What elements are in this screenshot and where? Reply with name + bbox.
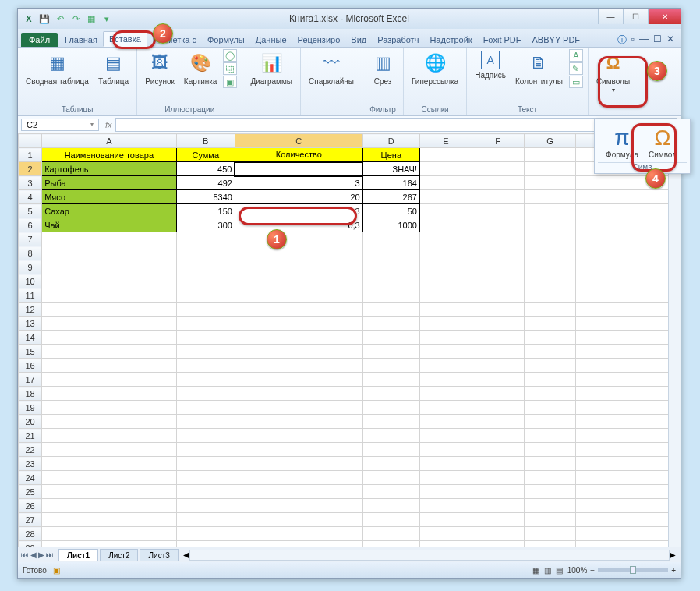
hdr-name[interactable]: Наименование товара [42, 148, 176, 162]
cell-A5[interactable]: Сахар [42, 204, 176, 218]
object-icon[interactable]: ▭ [569, 76, 583, 88]
cell-C5[interactable]: 3 [235, 204, 362, 218]
cell-C2[interactable] [235, 162, 362, 176]
cell-A3[interactable]: Рыба [42, 176, 176, 190]
table-button[interactable]: ▤Таблица [95, 49, 132, 88]
name-box[interactable]: C2▾ [21, 119, 99, 131]
cell-A6[interactable]: Чай [42, 218, 176, 232]
cell-D3[interactable]: 164 [362, 176, 419, 190]
qat-dropdown-icon[interactable]: ▾ [101, 12, 113, 25]
minimize-button[interactable]: — [598, 9, 623, 24]
cell-B4[interactable]: 5340 [176, 190, 235, 204]
sheet-tab-3[interactable]: Лист3 [140, 549, 178, 561]
sheet-nav-next[interactable]: ▶ [38, 550, 44, 559]
tab-abbyy[interactable]: ABBYY PDF [527, 33, 586, 47]
symbols-button[interactable]: ΩСимволы▾ [593, 49, 633, 96]
symbol-button[interactable]: ΩСимвол [642, 124, 683, 161]
doc-close-icon[interactable]: ✕ [666, 34, 674, 47]
headerfooter-button[interactable]: 🗎Колонтитулы [512, 49, 566, 88]
sheet-nav-prev[interactable]: ◀ [30, 550, 37, 559]
hdr-sum[interactable]: Сумма [176, 148, 235, 162]
zoom-out-icon[interactable]: − [590, 566, 595, 575]
doc-max-icon[interactable]: ☐ [653, 34, 662, 47]
equation-button[interactable]: πФормула [602, 124, 642, 161]
slicer-button[interactable]: ▥Срез [367, 49, 398, 88]
worksheet[interactable]: A B C D E F G H I 1 Наименование товара … [18, 133, 681, 547]
row-3[interactable]: 3 [19, 176, 42, 190]
col-B[interactable]: B [176, 134, 235, 148]
macro-icon[interactable]: ▣ [53, 566, 60, 575]
cell-B2[interactable]: 450 [176, 162, 235, 176]
tab-review[interactable]: Рецензиро [292, 33, 346, 47]
tab-file[interactable]: Файл [21, 33, 58, 47]
cell-B5[interactable]: 150 [176, 204, 235, 218]
cell-C3[interactable]: 3 [235, 176, 362, 190]
sparklines-button[interactable]: 〰Спарклайны [306, 49, 357, 88]
charts-button[interactable]: 📊Диаграммы [247, 49, 295, 88]
select-all[interactable] [19, 134, 42, 148]
screenshot-icon[interactable]: ▣ [223, 76, 237, 88]
col-F[interactable]: F [472, 134, 524, 148]
sheet-nav-last[interactable]: ⏭ [46, 550, 54, 559]
row-2[interactable]: 2 [19, 162, 42, 176]
view-layout-icon[interactable]: ▥ [544, 566, 551, 575]
qat-extra-icon[interactable]: ▦ [85, 12, 97, 25]
cell-D6[interactable]: 1000 [362, 218, 419, 232]
sheet-tab-1[interactable]: Лист1 [58, 549, 98, 561]
col-D[interactable]: D [362, 134, 419, 148]
row-1[interactable]: 1 [19, 148, 42, 162]
cell-A2[interactable]: Картофель [42, 162, 176, 176]
zoom-level[interactable]: 100% [567, 566, 588, 575]
sheet-nav-first[interactable]: ⏮ [21, 550, 29, 559]
clipart-button[interactable]: 🎨Картинка [181, 49, 221, 88]
hdr-qty[interactable]: Количество [235, 148, 362, 162]
zoom-slider[interactable] [598, 568, 668, 572]
shapes-icon[interactable]: ◯ [223, 49, 237, 62]
cell-B6[interactable]: 300 [176, 218, 235, 232]
wordart-icon[interactable]: A [569, 49, 583, 62]
save-icon[interactable]: 💾 [38, 12, 51, 25]
row-5[interactable]: 5 [19, 204, 42, 218]
smartart-icon[interactable]: ⿻ [223, 62, 237, 75]
row-6[interactable]: 6 [19, 218, 42, 232]
tab-developer[interactable]: Разработч [372, 33, 424, 47]
maximize-button[interactable]: ☐ [623, 9, 648, 24]
textbox-button[interactable]: AНадпись [472, 49, 509, 82]
vertical-scrollbar[interactable] [668, 133, 681, 547]
view-break-icon[interactable]: ▤ [556, 566, 563, 575]
cell-C4[interactable]: 20 [235, 190, 362, 204]
tab-home[interactable]: Главная [59, 33, 103, 47]
horizontal-scrollbar[interactable]: ◀▶ [183, 550, 676, 561]
minimize-ribbon-icon[interactable]: ▫ [631, 34, 635, 47]
doc-min-icon[interactable]: — [639, 34, 649, 47]
tab-foxit[interactable]: Foxit PDF [478, 33, 527, 47]
tab-view[interactable]: Вид [345, 33, 372, 47]
tab-data[interactable]: Данные [250, 33, 292, 47]
cell-A4[interactable]: Мясо [42, 190, 176, 204]
undo-icon[interactable]: ↶ [54, 12, 66, 25]
redo-icon[interactable]: ↷ [69, 12, 82, 25]
col-C[interactable]: C [235, 134, 362, 148]
cell-D5[interactable]: 50 [362, 204, 419, 218]
col-A[interactable]: A [42, 134, 176, 148]
cell-D2[interactable]: ЗНАЧ! [362, 162, 419, 176]
hdr-price[interactable]: Цена [362, 148, 419, 162]
help-icon[interactable]: ⓘ [617, 34, 627, 47]
close-button[interactable]: ✕ [648, 9, 681, 24]
row-4[interactable]: 4 [19, 190, 42, 204]
cell-B3[interactable]: 492 [176, 176, 235, 190]
view-normal-icon[interactable]: ▦ [532, 566, 539, 575]
tab-addins[interactable]: Надстройк [424, 33, 477, 47]
cell-D4[interactable]: 267 [362, 190, 419, 204]
hyperlink-button[interactable]: 🌐Гиперссылка [408, 49, 461, 88]
picture-button[interactable]: 🖼Рисунок [142, 49, 178, 88]
tab-formulas[interactable]: Формулы [202, 33, 250, 47]
sigline-icon[interactable]: ✎ [569, 62, 583, 75]
pivot-table-button[interactable]: ▦Сводная таблица [23, 49, 92, 88]
col-E[interactable]: E [419, 134, 472, 148]
formula-input[interactable] [115, 118, 677, 132]
tab-insert[interactable]: Вставка [103, 31, 147, 47]
zoom-in-icon[interactable]: + [671, 566, 676, 575]
col-G[interactable]: G [524, 134, 576, 148]
fx-icon[interactable]: fx [105, 120, 112, 129]
